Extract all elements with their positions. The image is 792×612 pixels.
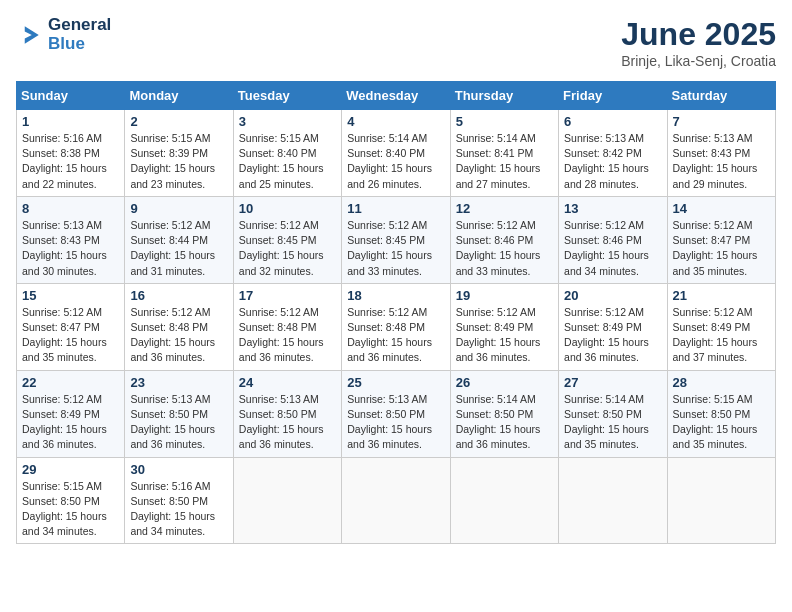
table-row [667,457,775,544]
col-wednesday: Wednesday [342,82,450,110]
day-info: Sunrise: 5:12 AMSunset: 8:47 PMDaylight:… [22,305,119,366]
table-row: 23Sunrise: 5:13 AMSunset: 8:50 PMDayligh… [125,370,233,457]
table-row: 30Sunrise: 5:16 AMSunset: 8:50 PMDayligh… [125,457,233,544]
day-number: 23 [130,375,227,390]
day-info: Sunrise: 5:12 AMSunset: 8:49 PMDaylight:… [22,392,119,453]
day-info: Sunrise: 5:12 AMSunset: 8:49 PMDaylight:… [456,305,553,366]
day-number: 27 [564,375,661,390]
day-info: Sunrise: 5:13 AMSunset: 8:50 PMDaylight:… [347,392,444,453]
col-monday: Monday [125,82,233,110]
day-number: 5 [456,114,553,129]
day-number: 9 [130,201,227,216]
day-number: 1 [22,114,119,129]
day-info: Sunrise: 5:13 AMSunset: 8:43 PMDaylight:… [22,218,119,279]
table-row: 18Sunrise: 5:12 AMSunset: 8:48 PMDayligh… [342,283,450,370]
table-row: 15Sunrise: 5:12 AMSunset: 8:47 PMDayligh… [17,283,125,370]
calendar-header-row: Sunday Monday Tuesday Wednesday Thursday… [17,82,776,110]
col-thursday: Thursday [450,82,558,110]
table-row: 3Sunrise: 5:15 AMSunset: 8:40 PMDaylight… [233,110,341,197]
day-info: Sunrise: 5:14 AMSunset: 8:40 PMDaylight:… [347,131,444,192]
day-info: Sunrise: 5:12 AMSunset: 8:48 PMDaylight:… [130,305,227,366]
page-header: General Blue June 2025 Brinje, Lika-Senj… [16,16,776,69]
calendar-week-row: 29Sunrise: 5:15 AMSunset: 8:50 PMDayligh… [17,457,776,544]
day-number: 20 [564,288,661,303]
day-info: Sunrise: 5:15 AMSunset: 8:50 PMDaylight:… [673,392,770,453]
table-row: 27Sunrise: 5:14 AMSunset: 8:50 PMDayligh… [559,370,667,457]
day-info: Sunrise: 5:14 AMSunset: 8:41 PMDaylight:… [456,131,553,192]
day-number: 8 [22,201,119,216]
day-info: Sunrise: 5:12 AMSunset: 8:46 PMDaylight:… [456,218,553,279]
table-row [233,457,341,544]
day-info: Sunrise: 5:16 AMSunset: 8:50 PMDaylight:… [130,479,227,540]
location-subtitle: Brinje, Lika-Senj, Croatia [621,53,776,69]
table-row [450,457,558,544]
table-row: 6Sunrise: 5:13 AMSunset: 8:42 PMDaylight… [559,110,667,197]
day-info: Sunrise: 5:13 AMSunset: 8:43 PMDaylight:… [673,131,770,192]
table-row: 26Sunrise: 5:14 AMSunset: 8:50 PMDayligh… [450,370,558,457]
day-info: Sunrise: 5:15 AMSunset: 8:39 PMDaylight:… [130,131,227,192]
table-row: 16Sunrise: 5:12 AMSunset: 8:48 PMDayligh… [125,283,233,370]
calendar-week-row: 15Sunrise: 5:12 AMSunset: 8:47 PMDayligh… [17,283,776,370]
table-row: 25Sunrise: 5:13 AMSunset: 8:50 PMDayligh… [342,370,450,457]
day-info: Sunrise: 5:15 AMSunset: 8:50 PMDaylight:… [22,479,119,540]
table-row: 2Sunrise: 5:15 AMSunset: 8:39 PMDaylight… [125,110,233,197]
day-info: Sunrise: 5:12 AMSunset: 8:45 PMDaylight:… [347,218,444,279]
day-number: 26 [456,375,553,390]
table-row [342,457,450,544]
table-row: 1Sunrise: 5:16 AMSunset: 8:38 PMDaylight… [17,110,125,197]
day-info: Sunrise: 5:13 AMSunset: 8:50 PMDaylight:… [130,392,227,453]
day-info: Sunrise: 5:12 AMSunset: 8:49 PMDaylight:… [673,305,770,366]
svg-marker-1 [25,26,39,44]
day-info: Sunrise: 5:12 AMSunset: 8:48 PMDaylight:… [347,305,444,366]
day-info: Sunrise: 5:13 AMSunset: 8:50 PMDaylight:… [239,392,336,453]
day-info: Sunrise: 5:14 AMSunset: 8:50 PMDaylight:… [564,392,661,453]
table-row: 11Sunrise: 5:12 AMSunset: 8:45 PMDayligh… [342,196,450,283]
logo-icon [16,21,44,49]
day-info: Sunrise: 5:14 AMSunset: 8:50 PMDaylight:… [456,392,553,453]
day-info: Sunrise: 5:15 AMSunset: 8:40 PMDaylight:… [239,131,336,192]
day-info: Sunrise: 5:12 AMSunset: 8:46 PMDaylight:… [564,218,661,279]
logo-line1: General [48,16,111,35]
day-number: 14 [673,201,770,216]
col-tuesday: Tuesday [233,82,341,110]
day-info: Sunrise: 5:12 AMSunset: 8:44 PMDaylight:… [130,218,227,279]
day-info: Sunrise: 5:12 AMSunset: 8:49 PMDaylight:… [564,305,661,366]
table-row: 17Sunrise: 5:12 AMSunset: 8:48 PMDayligh… [233,283,341,370]
calendar-week-row: 22Sunrise: 5:12 AMSunset: 8:49 PMDayligh… [17,370,776,457]
table-row: 21Sunrise: 5:12 AMSunset: 8:49 PMDayligh… [667,283,775,370]
svg-rect-0 [16,21,44,49]
table-row: 7Sunrise: 5:13 AMSunset: 8:43 PMDaylight… [667,110,775,197]
day-number: 6 [564,114,661,129]
day-number: 13 [564,201,661,216]
col-saturday: Saturday [667,82,775,110]
day-number: 28 [673,375,770,390]
day-number: 16 [130,288,227,303]
day-number: 18 [347,288,444,303]
calendar-week-row: 8Sunrise: 5:13 AMSunset: 8:43 PMDaylight… [17,196,776,283]
day-number: 24 [239,375,336,390]
table-row: 10Sunrise: 5:12 AMSunset: 8:45 PMDayligh… [233,196,341,283]
table-row: 22Sunrise: 5:12 AMSunset: 8:49 PMDayligh… [17,370,125,457]
table-row: 5Sunrise: 5:14 AMSunset: 8:41 PMDaylight… [450,110,558,197]
col-friday: Friday [559,82,667,110]
day-number: 3 [239,114,336,129]
day-number: 19 [456,288,553,303]
day-number: 17 [239,288,336,303]
day-number: 30 [130,462,227,477]
day-number: 29 [22,462,119,477]
day-number: 25 [347,375,444,390]
col-sunday: Sunday [17,82,125,110]
day-number: 11 [347,201,444,216]
table-row: 24Sunrise: 5:13 AMSunset: 8:50 PMDayligh… [233,370,341,457]
day-number: 7 [673,114,770,129]
day-number: 21 [673,288,770,303]
table-row: 12Sunrise: 5:12 AMSunset: 8:46 PMDayligh… [450,196,558,283]
day-info: Sunrise: 5:13 AMSunset: 8:42 PMDaylight:… [564,131,661,192]
logo-text: General Blue [48,16,111,53]
day-info: Sunrise: 5:12 AMSunset: 8:47 PMDaylight:… [673,218,770,279]
day-number: 4 [347,114,444,129]
day-info: Sunrise: 5:12 AMSunset: 8:48 PMDaylight:… [239,305,336,366]
table-row: 8Sunrise: 5:13 AMSunset: 8:43 PMDaylight… [17,196,125,283]
day-number: 2 [130,114,227,129]
day-number: 22 [22,375,119,390]
